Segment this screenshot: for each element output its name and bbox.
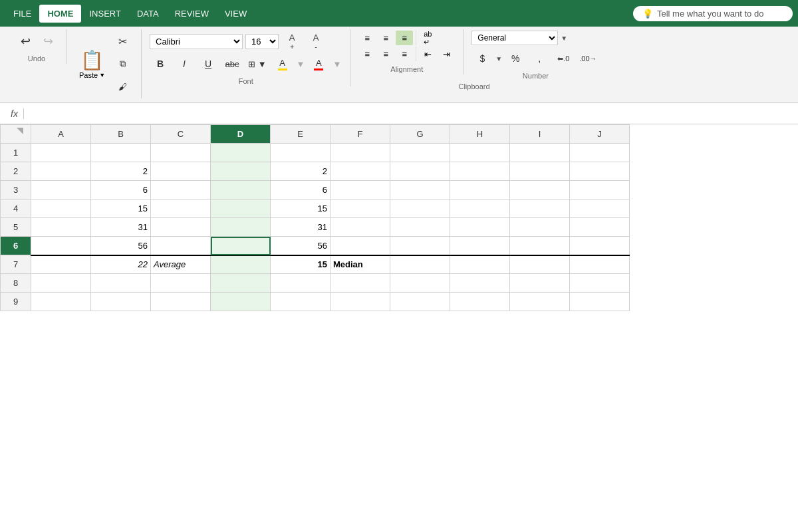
cell-H3[interactable]: [450, 181, 510, 200]
column-header-D[interactable]: D: [211, 125, 271, 144]
column-header-E[interactable]: E: [271, 125, 331, 144]
number-format-select[interactable]: General Number Currency Percentage: [471, 31, 558, 45]
cell-G7[interactable]: [390, 255, 450, 274]
cell-E4[interactable]: 15: [271, 200, 331, 218]
decrease-font-button[interactable]: A-: [305, 31, 327, 52]
column-header-I[interactable]: I: [510, 125, 570, 144]
cell-F2[interactable]: [331, 162, 390, 181]
align-top-button[interactable]: ≡: [358, 31, 376, 45]
cell-I4[interactable]: [510, 200, 570, 218]
cell-A6[interactable]: [31, 237, 91, 255]
cut-button[interactable]: ✂: [112, 31, 133, 52]
cell-B9[interactable]: [91, 293, 151, 311]
column-header-J[interactable]: J: [570, 125, 630, 144]
cell-G3[interactable]: [390, 181, 450, 200]
cell-J2[interactable]: [570, 162, 630, 181]
row-header-7[interactable]: 7: [1, 255, 31, 274]
cell-E1[interactable]: [271, 144, 331, 162]
align-right-button[interactable]: ≡: [396, 47, 413, 61]
menu-item-insert[interactable]: INSERT: [81, 5, 128, 23]
row-header-3[interactable]: 3: [1, 181, 31, 200]
cell-F4[interactable]: [331, 200, 390, 218]
cell-C1[interactable]: [151, 144, 211, 162]
cell-B7[interactable]: 22: [91, 255, 151, 274]
cell-D2[interactable]: [211, 162, 271, 181]
cell-J4[interactable]: [570, 200, 630, 218]
cell-A2[interactable]: [31, 162, 91, 181]
font-family-select[interactable]: Calibri Arial Times New Roman: [150, 34, 243, 49]
cell-H9[interactable]: [450, 293, 510, 311]
undo-button[interactable]: ↩: [15, 31, 36, 52]
row-header-5[interactable]: 5: [1, 218, 31, 237]
cell-B4[interactable]: 15: [91, 200, 151, 218]
percent-button[interactable]: %: [505, 48, 526, 69]
cell-B5[interactable]: 31: [91, 218, 151, 237]
cell-A5[interactable]: [31, 218, 91, 237]
grid-container[interactable]: ABCDEFGHIJ 1222366415155313165656722Aver…: [0, 124, 798, 532]
cell-G2[interactable]: [390, 162, 450, 181]
cell-E8[interactable]: [271, 274, 331, 293]
column-header-A[interactable]: A: [31, 125, 91, 144]
cell-A1[interactable]: [31, 144, 91, 162]
cell-F6[interactable]: [331, 237, 390, 255]
cell-C9[interactable]: [151, 293, 211, 311]
align-left-button[interactable]: ≡: [358, 47, 376, 61]
column-header-G[interactable]: G: [390, 125, 450, 144]
copy-button[interactable]: ⧉: [112, 53, 133, 74]
cell-B6[interactable]: 56: [91, 237, 151, 255]
cell-I3[interactable]: [510, 181, 570, 200]
cell-I1[interactable]: [510, 144, 570, 162]
cell-C5[interactable]: [151, 218, 211, 237]
row-header-1[interactable]: 1: [1, 144, 31, 162]
cell-G1[interactable]: [390, 144, 450, 162]
currency-dropdown[interactable]: ▼: [495, 55, 502, 63]
italic-button[interactable]: I: [174, 53, 195, 74]
align-middle-button[interactable]: ≡: [377, 31, 394, 45]
cell-C2[interactable]: [151, 162, 211, 181]
cell-F9[interactable]: [331, 293, 390, 311]
cell-I2[interactable]: [510, 162, 570, 181]
cell-F3[interactable]: [331, 181, 390, 200]
cell-H8[interactable]: [450, 274, 510, 293]
redo-button[interactable]: ↪: [37, 31, 59, 52]
column-header-C[interactable]: C: [151, 125, 211, 144]
cell-A8[interactable]: [31, 274, 91, 293]
cell-H1[interactable]: [450, 144, 510, 162]
cell-D9[interactable]: [211, 293, 271, 311]
cell-E7[interactable]: 15: [271, 255, 331, 274]
row-header-2[interactable]: 2: [1, 162, 31, 181]
cell-F1[interactable]: [331, 144, 390, 162]
cell-D8[interactable]: [211, 274, 271, 293]
cell-G4[interactable]: [390, 200, 450, 218]
menu-item-file[interactable]: FILE: [5, 5, 39, 23]
cell-E3[interactable]: 6: [271, 181, 331, 200]
cell-J7[interactable]: [570, 255, 630, 274]
cell-H2[interactable]: [450, 162, 510, 181]
menu-item-home[interactable]: HOME: [39, 5, 81, 23]
cell-C4[interactable]: [151, 200, 211, 218]
cell-I5[interactable]: [510, 218, 570, 237]
cell-H5[interactable]: [450, 218, 510, 237]
cell-A7[interactable]: [31, 255, 91, 274]
cell-H4[interactable]: [450, 200, 510, 218]
increase-font-button[interactable]: A+: [281, 31, 303, 52]
borders-button[interactable]: ⊞ ▼: [245, 53, 269, 74]
cell-G5[interactable]: [390, 218, 450, 237]
cell-H7[interactable]: [450, 255, 510, 274]
cell-E5[interactable]: 31: [271, 218, 331, 237]
cell-B8[interactable]: [91, 274, 151, 293]
cell-G9[interactable]: [390, 293, 450, 311]
cell-D7[interactable]: [211, 255, 271, 274]
column-header-H[interactable]: H: [450, 125, 510, 144]
cell-F5[interactable]: [331, 218, 390, 237]
cell-H6[interactable]: [450, 237, 510, 255]
font-color-button[interactable]: A: [308, 53, 329, 74]
increase-decimal-button[interactable]: .00→: [577, 48, 599, 69]
cell-F8[interactable]: [331, 274, 390, 293]
wrap-text-button[interactable]: ab↵: [419, 31, 436, 45]
font-color-dropdown[interactable]: ▼: [332, 59, 342, 69]
paste-button[interactable]: 📋 Paste ▼: [75, 48, 109, 80]
menu-item-view[interactable]: VIEW: [217, 5, 255, 23]
cell-D1[interactable]: [211, 144, 271, 162]
cell-C7[interactable]: Average: [151, 255, 211, 274]
